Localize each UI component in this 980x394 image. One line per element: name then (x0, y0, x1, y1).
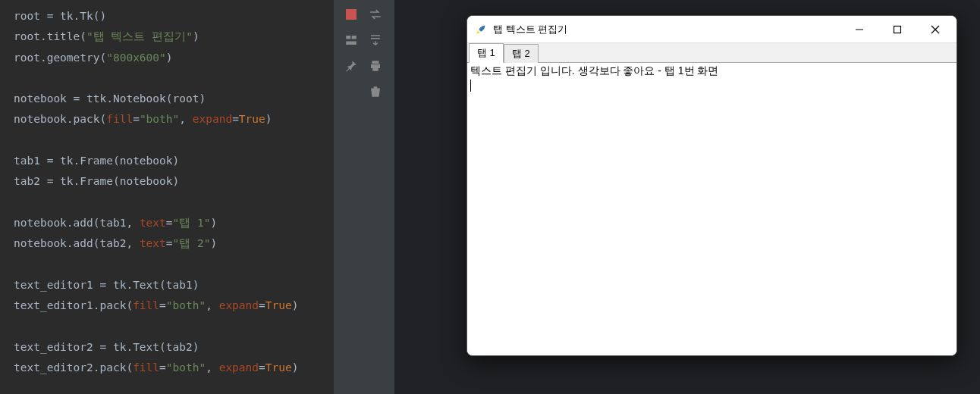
tab-1[interactable]: 탭 1 (469, 43, 504, 63)
code-line: notebook = ttk.Notebook(root) (14, 92, 206, 105)
rerun-icon[interactable] (367, 6, 384, 23)
minimize-button[interactable] (849, 19, 870, 40)
run-toolbar (334, 0, 394, 394)
tab-label: 탭 2 (512, 48, 530, 59)
app-feather-icon (475, 23, 487, 36)
titlebar[interactable]: 탭 텍스트 편집기 (467, 16, 956, 43)
code-editor[interactable]: root = tk.Tk() root.title("탭 텍스트 편집기") r… (0, 0, 334, 394)
code-line: text_editor2.pack( (14, 361, 133, 374)
code-line: root = tk.Tk() (14, 10, 106, 22)
code-line: text_editor1 = tk.Text(tab1) (14, 279, 199, 291)
tab-label: 탭 1 (477, 47, 495, 58)
svg-rect-1 (352, 36, 357, 39)
trash-icon[interactable] (367, 83, 384, 100)
close-button[interactable] (925, 19, 946, 40)
step-down-icon[interactable] (367, 32, 384, 48)
app-window: 탭 텍스트 편집기 탭 1 탭 2 텍스트 편집기 입니다. 생각보다 좋아요 … (466, 15, 957, 356)
print-icon[interactable] (367, 58, 384, 74)
code-line: notebook.add(tab1, (14, 217, 140, 229)
svg-rect-4 (894, 26, 901, 33)
svg-rect-0 (346, 36, 350, 39)
svg-rect-2 (346, 42, 357, 45)
window-title: 탭 텍스트 편집기 (493, 23, 567, 36)
code-line: tab1 = tk.Frame(notebook) (14, 155, 179, 167)
code-line: notebook.add(tab2, (14, 237, 140, 249)
code-line: root.title( (14, 30, 86, 42)
code-line: notebook.pack( (14, 113, 106, 125)
text-editor[interactable]: 텍스트 편집기 입니다. 생각보다 좋아요 - 탭 1번 화면 (467, 63, 956, 355)
stop-button[interactable] (343, 6, 360, 23)
text-content: 텍스트 편집기 입니다. 생각보다 좋아요 - 탭 1번 화면 (470, 64, 718, 77)
notebook-tabs: 탭 1 탭 2 (467, 43, 956, 63)
code-line: text_editor2 = tk.Text(tab2) (14, 341, 199, 353)
tab-2[interactable]: 탭 2 (504, 44, 539, 63)
code-line: tab2 = tk.Frame(notebook) (14, 175, 179, 187)
maximize-button[interactable] (887, 19, 908, 40)
text-caret (470, 80, 471, 92)
pin-icon[interactable] (343, 58, 360, 74)
layout-icon[interactable] (343, 32, 360, 48)
code-line: text_editor1.pack( (14, 299, 133, 311)
code-line: root.geometry( (14, 52, 106, 64)
